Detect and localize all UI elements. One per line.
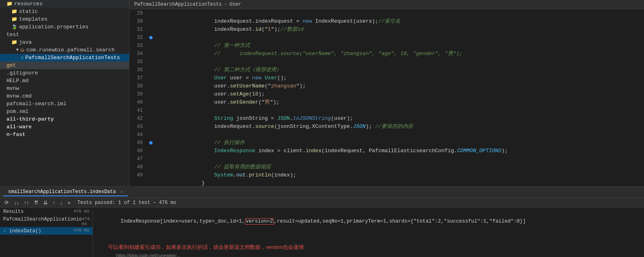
folder-icon: 📁 (6, 1, 13, 7)
sidebar-item-mvnwcmd[interactable]: mvnw.cmd (0, 92, 129, 100)
toolbar-btn-up-up[interactable]: ↑↑ (23, 199, 30, 206)
sidebar-label-helpmd: HELP.md (6, 78, 29, 84)
results-item-label-indexdata: indexData() (9, 228, 41, 234)
annotation-text: 可以看到创建索引成功，如果多次执行的话，就会更新该文档数据，version也会递… (108, 244, 304, 250)
toolbar-btn-rerun[interactable]: ⟳ (3, 199, 10, 206)
breadcrumb-part1: PafcmallSearchApplicationTests (134, 2, 222, 7)
output-text-before: IndexResponse[index=users,type=_doc,id=1… (121, 219, 245, 224)
breadcrumb-sep: › (224, 2, 227, 7)
sidebar-label-allware: all-ware (6, 124, 32, 130)
sidebar-label-resources: resources (14, 1, 42, 7)
gutter (148, 9, 154, 186)
results-label: Results (3, 209, 23, 215)
output-text-after: ,result=updated,seqNo=1,primaryTerm=1,sh… (274, 219, 526, 224)
toolbar-status: Tests passed: 1 of 1 test – 476 ms (77, 200, 176, 206)
toolbar-btn-next[interactable]: ↓ (59, 199, 64, 206)
ln-29: 29 (129, 9, 144, 17)
sidebar-item-nfast[interactable]: n-fast (0, 131, 129, 138)
sidebar-label-get: get (6, 62, 16, 68)
sidebar-label-application: application.properties (19, 24, 89, 30)
sidebar-label-pomxml: pom.xml (6, 108, 29, 115)
sidebar-item-resources[interactable]: 📁 resources (0, 0, 129, 8)
sidebar-label-pafcmall-iml: pafcmall-search.iml (6, 101, 66, 107)
sidebar-item-helpmd[interactable]: HELP.md (0, 77, 129, 85)
results-item-pafcmall[interactable]: PafcmallSearchApplicationio 476 ms (0, 216, 93, 227)
sidebar-item-static[interactable]: 📁 static (0, 8, 129, 15)
gutter-mark-48 (149, 141, 153, 144)
ln-48: 48 (129, 163, 144, 171)
arrow-icon-com: ▼ (16, 48, 19, 52)
ln-43: 43 (129, 123, 144, 131)
folder-icon-com: 🗂 (20, 47, 25, 53)
code-line-29: indexRequest.indexRequest = new IndexReq… (157, 9, 644, 17)
ln-49: 49 (129, 171, 144, 179)
ln-47: 47 (129, 155, 144, 163)
file-icon-tests: C (21, 55, 24, 60)
ln-42: 42 (129, 115, 144, 123)
toolbar-btn-collapse[interactable]: ⇈ (33, 199, 40, 206)
sidebar-label-gitignore: .gitignore (6, 70, 38, 76)
editor-area: PafcmallSearchApplicationTests › User 29… (129, 0, 644, 186)
toolbar-btn-down-down[interactable]: ↓↓ (13, 199, 20, 206)
sidebar-label-com: com.runewbie.pafcmall.search (26, 47, 114, 53)
sidebar-item-application[interactable]: 🍃 application.properties (0, 23, 129, 31)
toolbar-btn-dots[interactable]: » (66, 199, 72, 206)
code-line-44: // 执行操作 (157, 131, 644, 139)
results-time: 476 ms (73, 209, 89, 215)
bottom-content: Results 476 ms PafcmallSearchApplication… (0, 208, 644, 257)
check-icon: ✓ (3, 228, 6, 234)
ln-39: 39 (129, 90, 144, 98)
output-line-1: IndexResponse[index=users,type=_doc,id=1… (96, 209, 641, 234)
toolbar-btn-prev[interactable]: ↑ (51, 199, 57, 206)
sidebar-item-templates[interactable]: 📁 templates (0, 15, 129, 23)
sidebar-label-static: static (19, 8, 38, 15)
sidebar-item-gitignore[interactable]: .gitignore (0, 69, 129, 77)
sidebar-item-com[interactable]: ▼ 🗂 com.runewbie.pafcmall.search (0, 46, 129, 54)
code-line-35: // 第二种方式（推荐使用） (157, 58, 644, 66)
toolbar-btn-expand[interactable]: ⇊ (42, 199, 49, 206)
code-container: 29 30 31 32 33 34 35 36 37 38 39 40 41 4… (129, 9, 644, 186)
bottom-tab-bar: smallSearchApplicationTests.indexData ✕ (0, 187, 644, 198)
sidebar-item-allthird[interactable]: all-third-party (0, 115, 129, 123)
sidebar-label-test: test (6, 32, 19, 38)
ln-30: 30 (129, 17, 144, 25)
sidebar-label-tests: PafcmallSearchApplicationTests (25, 55, 120, 61)
sidebar-item-mvnw[interactable]: mvnw (0, 85, 129, 92)
results-item-name-indexdata: ✓ indexData() (3, 228, 41, 234)
file-icon-application: 🍃 (11, 24, 17, 30)
code-line-32: // 第一种方式 (157, 34, 644, 42)
sidebar-label-mvnwcmd: mvnw.cmd (6, 93, 32, 99)
results-sidebar: Results 476 ms PafcmallSearchApplication… (0, 208, 93, 257)
code-line-47: // 提取有用的数据相应 (157, 155, 644, 163)
results-item-time-indexdata: 476 ms (73, 228, 89, 234)
breadcrumb-part2: User (229, 2, 241, 7)
results-item-indexdata[interactable]: ✓ indexData() 476 ms (0, 227, 93, 235)
sidebar-item-pafcmall-iml[interactable]: pafcmall-search.iml (0, 100, 129, 108)
code-editor[interactable]: indexRequest.indexRequest = new IndexReq… (154, 9, 644, 186)
breadcrumb: PafcmallSearchApplicationTests › User (129, 0, 644, 9)
ln-34: 34 (129, 50, 144, 58)
bottom-tab-indexdata[interactable]: smallSearchApplicationTests.indexData ✕ (3, 188, 128, 196)
ln-32: 32 (129, 34, 144, 42)
sidebar-item-allware[interactable]: all-ware (0, 123, 129, 131)
main-area: 📁 resources 📁 static 📁 templates 🍃 appli… (0, 0, 644, 186)
sidebar-item-test[interactable]: test (0, 31, 129, 38)
ln-36: 36 (129, 66, 144, 74)
ln-35: 35 (129, 58, 144, 66)
sidebar-item-get[interactable]: get (0, 62, 129, 69)
line-numbers: 29 30 31 32 33 34 35 36 37 38 39 40 41 4… (129, 9, 148, 186)
sidebar-label-mvnw: mvnw (6, 85, 19, 91)
ln-46: 46 (129, 147, 144, 155)
sidebar-item-pomxml[interactable]: pom.xml (0, 108, 129, 115)
code-line-41: String jsonString = JSON.toJSONString(us… (157, 106, 644, 115)
sidebar-label-templates: templates (19, 16, 47, 22)
bottom-tab-close[interactable]: ✕ (121, 190, 123, 194)
ln-33: 33 (129, 42, 144, 50)
sidebar-item-pafcmall-tests[interactable]: C PafcmallSearchApplicationTests (0, 54, 129, 62)
ln-40: 40 (129, 98, 144, 106)
sidebar-item-java[interactable]: 📁 java (0, 38, 129, 46)
ln-44: 44 (129, 131, 144, 139)
ln-45: 45 (129, 139, 144, 147)
sidebar-label-java: java (19, 39, 32, 45)
output-version-highlight: version=2 (245, 218, 274, 225)
